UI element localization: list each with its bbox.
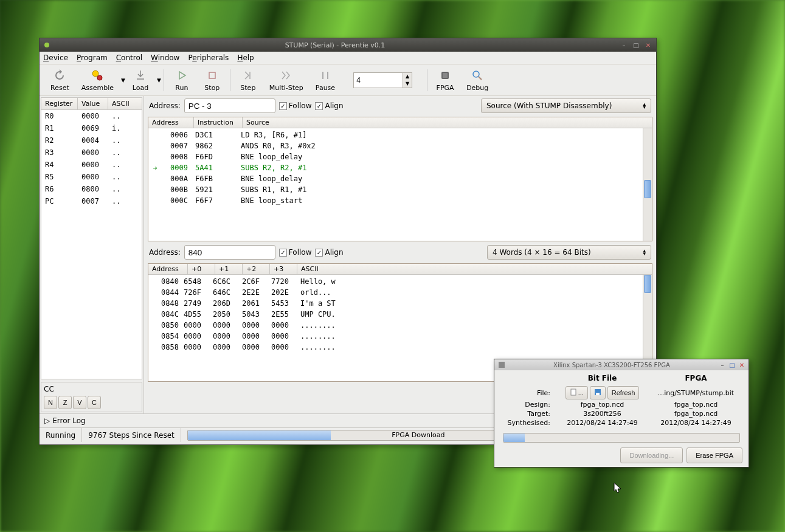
flag-c[interactable]: C: [88, 396, 101, 409]
register-row[interactable]: PC0007..: [41, 195, 142, 207]
disasm-row[interactable]: 000AF6FBBNE loop_delay: [148, 173, 652, 184]
disasm-row[interactable]: ➔00095A41SUBS R2, R2, #1: [148, 162, 652, 173]
register-row[interactable]: R10069i.: [41, 122, 142, 134]
register-row[interactable]: R40000..: [41, 159, 142, 171]
memory-row[interactable]: 08482749206D20615453I'm a ST: [148, 298, 652, 309]
stop-button[interactable]: Stop: [197, 67, 227, 93]
memory-view-select[interactable]: 4 Words (4 × 16 = 64 Bits) ▴▾: [487, 245, 651, 260]
check-icon: ✓: [315, 102, 323, 110]
save-file-button[interactable]: [590, 386, 606, 399]
refresh-button[interactable]: Refresh: [607, 386, 640, 399]
col-instruction[interactable]: Instruction: [194, 117, 243, 128]
align-checkbox[interactable]: ✓ Align: [315, 102, 343, 110]
download-icon: [133, 68, 148, 83]
menu-control[interactable]: Control: [116, 54, 142, 62]
col-ascii[interactable]: ASCII: [297, 264, 652, 274]
minimize-button[interactable]: –: [718, 361, 727, 369]
col-ascii[interactable]: ASCII: [108, 98, 142, 109]
col-w3[interactable]: +3: [270, 264, 297, 274]
follow-checkbox[interactable]: ✓ Follow: [279, 248, 312, 257]
align-checkbox[interactable]: ✓ Align: [315, 248, 343, 257]
disasm-controls: Address: ✓ Follow ✓ Align Source (With S…: [144, 96, 656, 116]
assemble-button[interactable]: Assemble: [75, 67, 120, 93]
menu-peripherals[interactable]: Peripherals: [188, 54, 229, 62]
flag-z[interactable]: Z: [58, 396, 72, 409]
col-w0[interactable]: +0: [188, 264, 215, 274]
close-button[interactable]: ✕: [738, 361, 746, 369]
spin-down[interactable]: ▼: [403, 80, 412, 88]
maximize-button[interactable]: □: [631, 41, 641, 49]
disasm-address-input[interactable]: [184, 98, 275, 113]
col-address[interactable]: Address: [148, 264, 188, 274]
close-button[interactable]: ✕: [643, 41, 654, 49]
step-count-spinner[interactable]: ▲ ▼: [353, 72, 412, 88]
scrollbar[interactable]: [643, 128, 652, 241]
svg-rect-7: [499, 362, 505, 368]
bitfile-header: Bit File: [555, 374, 649, 382]
disasm-row[interactable]: 000B5921SUBS R1, R1, #1: [148, 184, 652, 195]
maximize-button[interactable]: □: [728, 361, 736, 369]
col-w2[interactable]: +2: [243, 264, 270, 274]
synth-label: Synthesised:: [500, 419, 555, 427]
load-button[interactable]: Load: [125, 67, 156, 93]
fpga-titlebar[interactable]: Xilinx Spartan-3 XC3S200-FT256 FPGA – □ …: [494, 359, 749, 370]
erase-fpga-button[interactable]: Erase FPGA: [686, 447, 742, 463]
fpga-button[interactable]: FPGA: [430, 67, 460, 93]
gears-icon: [90, 68, 105, 83]
scroll-thumb[interactable]: [644, 275, 651, 293]
minimize-button[interactable]: –: [618, 41, 629, 49]
memory-row[interactable]: 0844726F646C2E2E202Eorld...: [148, 287, 652, 298]
svg-point-6: [473, 71, 479, 77]
menu-device[interactable]: Device: [43, 54, 68, 62]
memory-row[interactable]: 08540000000000000000........: [148, 331, 652, 342]
debug-button[interactable]: Debug: [460, 67, 494, 93]
disasm-row[interactable]: 000CF6F7BNE loop_start: [148, 195, 652, 206]
target-fpga: fpga_top.ncd: [649, 410, 742, 418]
fpga-window: Xilinx Spartan-3 XC3S200-FT256 FPGA – □ …: [494, 359, 749, 468]
step-icon: [241, 68, 255, 83]
load-dropdown[interactable]: ▼: [157, 77, 161, 83]
col-source[interactable]: Source: [243, 117, 652, 128]
reset-button[interactable]: Reset: [44, 67, 75, 93]
multistep-button[interactable]: Multi-Step: [263, 67, 310, 93]
pause-button[interactable]: Pause: [310, 67, 341, 93]
cc-panel: CC NZVC: [41, 382, 142, 412]
spin-up[interactable]: ▲: [403, 73, 412, 80]
col-value[interactable]: Value: [78, 98, 108, 109]
status-state: Running: [40, 428, 82, 442]
separator: [427, 69, 427, 91]
register-row[interactable]: R30000..: [41, 147, 142, 159]
follow-checkbox[interactable]: ✓ Follow: [279, 102, 312, 110]
run-button[interactable]: Run: [167, 67, 197, 93]
memory-row[interactable]: 084C4D55205050432E55UMP CPU.: [148, 309, 652, 320]
check-icon: ✓: [315, 249, 323, 257]
col-w1[interactable]: +1: [215, 264, 243, 274]
menu-window[interactable]: Window: [151, 54, 179, 62]
browse-button[interactable]: ...: [565, 386, 588, 399]
menu-help[interactable]: Help: [237, 54, 254, 62]
memory-address-input[interactable]: [184, 245, 275, 260]
scroll-thumb[interactable]: [644, 180, 651, 198]
step-count-input[interactable]: [354, 73, 403, 88]
menu-program[interactable]: Program: [77, 54, 108, 62]
col-address[interactable]: Address: [148, 117, 194, 128]
col-register[interactable]: Register: [41, 98, 78, 109]
flag-n[interactable]: N: [44, 396, 57, 409]
flag-v[interactable]: V: [73, 396, 86, 409]
assemble-dropdown[interactable]: ▼: [121, 77, 125, 83]
app-icon: [42, 40, 52, 50]
disasm-row[interactable]: 0006D3C1LD R3, [R6, #1]: [148, 130, 652, 140]
memory-row[interactable]: 084065486C6C2C6F7720Hello, w: [148, 276, 652, 287]
disasm-view-select[interactable]: Source (With STUMP Disassembly) ▴▾: [481, 98, 651, 113]
register-row[interactable]: R50000..: [41, 171, 142, 183]
svg-rect-5: [443, 73, 448, 78]
register-row[interactable]: R60800..: [41, 183, 142, 195]
memory-row[interactable]: 08580000000000000000........: [148, 342, 652, 353]
main-titlebar[interactable]: STUMP (Serial) - Perentie v0.1 – □ ✕: [40, 38, 656, 52]
disasm-row[interactable]: 0008F6FDBNE loop_delay: [148, 151, 652, 162]
memory-row[interactable]: 08500000000000000000........: [148, 320, 652, 331]
register-row[interactable]: R00000..: [41, 110, 142, 122]
register-row[interactable]: R20004..: [41, 134, 142, 147]
step-button[interactable]: Step: [233, 67, 263, 93]
disasm-row[interactable]: 00079862ANDS R0, R3, #0x2: [148, 140, 652, 151]
